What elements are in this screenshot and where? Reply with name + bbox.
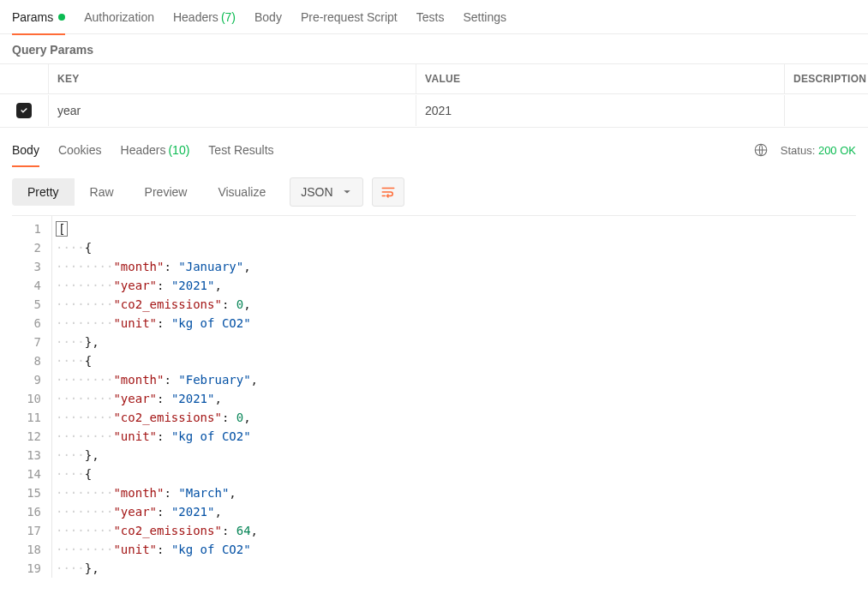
resp-tab-test-results[interactable]: Test Results <box>208 133 273 167</box>
tab-pre-request[interactable]: Pre-request Script <box>301 0 398 34</box>
format-select-value: JSON <box>301 185 332 199</box>
tab-params[interactable]: Params <box>12 0 65 34</box>
row-key[interactable]: year <box>48 95 416 126</box>
tab-headers-label: Headers <box>173 10 218 24</box>
checkmark-icon <box>19 105 29 116</box>
tab-body-label: Body <box>254 10 282 24</box>
tab-params-label: Params <box>12 10 53 24</box>
tab-body[interactable]: Body <box>254 0 282 34</box>
resp-tab-cookies-label: Cookies <box>58 143 102 157</box>
resp-tab-headers-label: Headers <box>121 143 166 157</box>
col-header-key: KEY <box>48 64 416 93</box>
code-lines: [····{········"month": "January",·······… <box>51 216 856 578</box>
resp-tab-cookies[interactable]: Cookies <box>58 133 102 167</box>
format-select[interactable]: JSON <box>290 177 362 207</box>
tab-tests[interactable]: Tests <box>416 0 445 34</box>
tab-authorization-label: Authorization <box>84 10 154 24</box>
params-table: KEY VALUE DESCRIPTION year 2021 <box>0 63 868 128</box>
view-visualize[interactable]: Visualize <box>202 178 281 206</box>
response-body-editor[interactable]: 12345678910111213141516171819 [····{····… <box>12 215 856 586</box>
request-tabs: Params Authorization Headers (7) Body Pr… <box>0 0 868 34</box>
wrap-lines-button[interactable] <box>372 177 404 207</box>
view-preview[interactable]: Preview <box>129 178 203 206</box>
globe-icon[interactable] <box>753 142 769 158</box>
table-row: year 2021 <box>0 94 868 127</box>
resp-tab-headers-count: (10) <box>168 143 189 157</box>
response-meta: Status: 200 OK <box>753 142 856 158</box>
resp-tab-body[interactable]: Body <box>12 133 39 167</box>
query-params-heading: Query Params <box>0 34 868 63</box>
tab-authorization[interactable]: Authorization <box>84 0 154 34</box>
response-header-row: Body Cookies Headers (10) Test Results S… <box>0 133 868 167</box>
chevron-down-icon <box>342 187 352 197</box>
row-description[interactable] <box>785 102 868 119</box>
tab-settings[interactable]: Settings <box>463 0 506 34</box>
row-checkbox[interactable] <box>16 103 32 118</box>
view-pretty[interactable]: Pretty <box>12 178 75 206</box>
view-raw[interactable]: Raw <box>75 178 129 206</box>
col-header-value: VALUE <box>416 64 785 93</box>
status-label: Status: <box>781 144 815 157</box>
tab-settings-label: Settings <box>463 10 506 24</box>
tab-headers-count: (7) <box>221 10 236 24</box>
tab-headers[interactable]: Headers (7) <box>173 0 236 34</box>
tab-tests-label: Tests <box>416 10 445 24</box>
view-mode-segment: Pretty Raw Preview Visualize <box>12 178 281 206</box>
col-header-checkbox <box>0 70 48 87</box>
row-checkbox-cell <box>0 94 48 127</box>
resp-tab-headers[interactable]: Headers (10) <box>121 133 190 167</box>
resp-tab-body-label: Body <box>12 143 39 157</box>
status-value: 200 OK <box>818 144 856 157</box>
body-toolbar: Pretty Raw Preview Visualize JSON <box>0 167 868 215</box>
params-table-header: KEY VALUE DESCRIPTION <box>0 64 868 94</box>
response-tabs: Body Cookies Headers (10) Test Results <box>12 133 274 167</box>
line-number-gutter: 12345678910111213141516171819 <box>12 216 51 578</box>
status-block: Status: 200 OK <box>781 144 856 157</box>
text-wrap-icon <box>380 184 396 200</box>
tab-pre-request-label: Pre-request Script <box>301 10 398 24</box>
col-header-description: DESCRIPTION <box>785 64 868 93</box>
row-value[interactable]: 2021 <box>416 95 785 126</box>
resp-tab-test-results-label: Test Results <box>208 143 273 157</box>
params-active-dot-icon <box>58 14 65 21</box>
